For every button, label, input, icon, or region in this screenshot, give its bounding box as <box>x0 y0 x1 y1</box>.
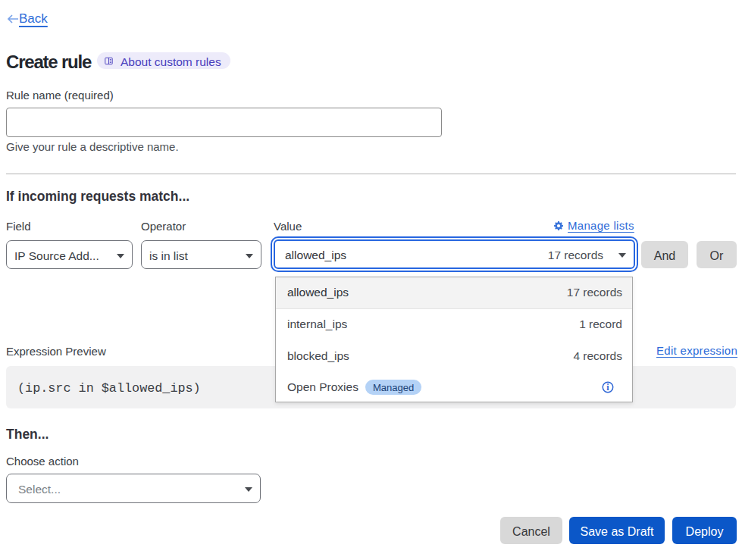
svg-text:i: i <box>606 382 609 393</box>
